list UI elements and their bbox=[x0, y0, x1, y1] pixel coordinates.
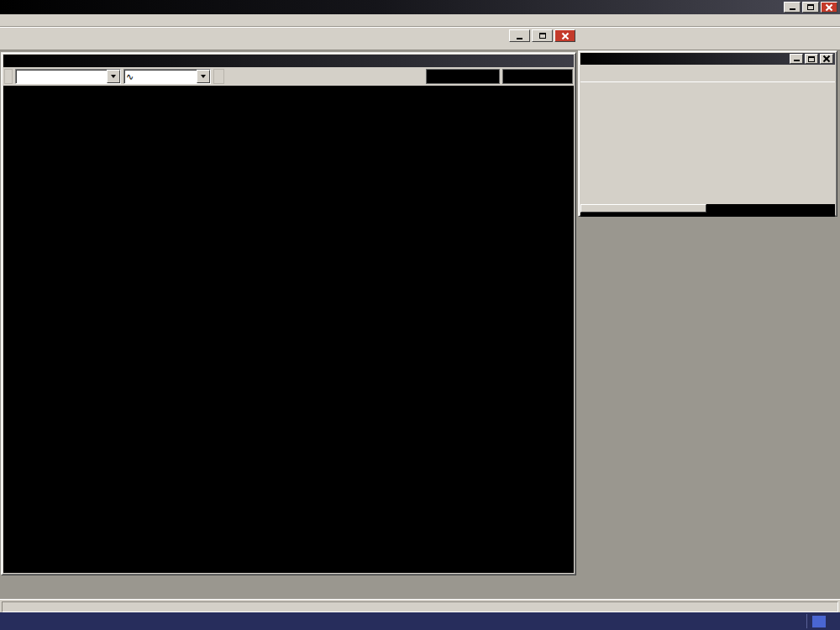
graph-close-button[interactable] bbox=[554, 29, 575, 42]
params-tabbar bbox=[580, 65, 835, 82]
close-icon bbox=[562, 33, 569, 39]
params-minimize-button[interactable] bbox=[790, 54, 803, 64]
maximize-icon bbox=[808, 56, 815, 62]
winisd-application bbox=[0, 0, 840, 630]
cursor-db-readout bbox=[426, 69, 500, 84]
project-selector[interactable] bbox=[15, 69, 121, 84]
minimize-icon bbox=[794, 60, 800, 61]
params-window-titlebar[interactable] bbox=[580, 53, 835, 65]
parameters-button[interactable] bbox=[580, 204, 706, 213]
app-titlebar bbox=[0, 0, 840, 14]
minimize-button[interactable] bbox=[784, 2, 801, 13]
params-maximize-button[interactable] bbox=[805, 54, 818, 64]
minimize-icon bbox=[790, 8, 795, 10]
minimize-icon bbox=[517, 38, 522, 39]
graph-window bbox=[1, 52, 576, 575]
params-close-button[interactable] bbox=[820, 54, 833, 64]
graph-restore-button[interactable] bbox=[532, 29, 553, 42]
chevron-down-icon[interactable] bbox=[197, 70, 210, 83]
maximize-icon bbox=[807, 4, 814, 10]
excursion-chart[interactable] bbox=[3, 86, 574, 573]
chart-area bbox=[3, 86, 574, 573]
params-window-controls bbox=[790, 54, 833, 64]
graph-window-controls bbox=[509, 29, 575, 42]
close-icon bbox=[826, 4, 832, 11]
app-window-controls bbox=[784, 2, 837, 13]
taskbar bbox=[0, 612, 840, 630]
graph-select-button[interactable] bbox=[4, 69, 13, 84]
menu-bar bbox=[0, 14, 840, 27]
maximize-button[interactable] bbox=[802, 2, 819, 13]
close-button[interactable] bbox=[821, 2, 837, 13]
graph-toolbar bbox=[3, 67, 574, 86]
print-button[interactable] bbox=[213, 69, 224, 84]
main-toolbar bbox=[0, 27, 840, 50]
graph-window-titlebar[interactable] bbox=[3, 55, 574, 67]
plot-type-selector[interactable] bbox=[123, 69, 211, 84]
close-icon bbox=[823, 55, 830, 62]
system-tray bbox=[806, 614, 836, 628]
status-bar bbox=[0, 599, 840, 612]
params-window bbox=[578, 50, 837, 217]
graph-minimize-button[interactable] bbox=[509, 29, 530, 42]
cursor-frequency-readout bbox=[502, 69, 573, 84]
chevron-down-icon[interactable] bbox=[107, 70, 120, 83]
signal-tab-content bbox=[580, 82, 835, 217]
parameters-panel bbox=[580, 204, 835, 217]
language-indicator[interactable] bbox=[812, 616, 826, 627]
wave-icon bbox=[126, 72, 134, 81]
restore-icon bbox=[539, 33, 546, 39]
status-text bbox=[2, 601, 838, 612]
